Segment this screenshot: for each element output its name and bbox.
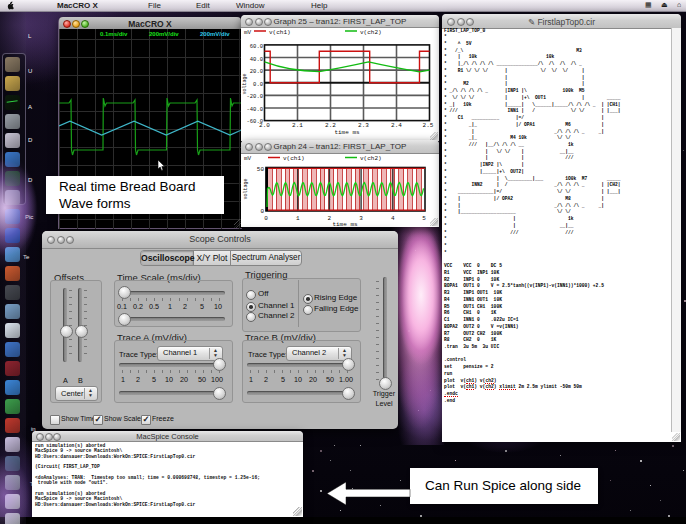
svg-text:5: 5 bbox=[422, 215, 426, 222]
svg-text:v(ch1): v(ch1) bbox=[283, 155, 305, 162]
svg-text:40.0: 40.0 bbox=[250, 56, 263, 63]
svg-text:2.0: 2.0 bbox=[259, 122, 270, 129]
svg-text:mV: mV bbox=[244, 29, 252, 36]
svg-text:4: 4 bbox=[391, 215, 395, 222]
svg-text:2.5: 2.5 bbox=[423, 122, 434, 129]
svg-text:voltage: voltage bbox=[243, 178, 249, 199]
svg-text:2.4: 2.4 bbox=[391, 122, 402, 129]
svg-text:time ms: time ms bbox=[334, 129, 360, 136]
svg-text:2: 2 bbox=[328, 215, 332, 222]
svg-text:v(ch1): v(ch1) bbox=[269, 29, 291, 36]
svg-text:0: 0 bbox=[264, 215, 268, 222]
svg-text:voltage: voltage bbox=[242, 73, 248, 94]
svg-text:1: 1 bbox=[296, 215, 300, 222]
svg-text:50: 50 bbox=[257, 166, 265, 173]
svg-text:0.0: 0.0 bbox=[253, 81, 263, 88]
svg-text:time ms: time ms bbox=[332, 221, 358, 228]
svg-text:-40.0: -40.0 bbox=[246, 106, 263, 113]
svg-text:60.0: 60.0 bbox=[250, 43, 263, 50]
svg-text:2.1: 2.1 bbox=[292, 122, 303, 129]
svg-text:mV: mV bbox=[244, 155, 252, 162]
svg-text:2.2: 2.2 bbox=[325, 122, 336, 129]
svg-text:20.0: 20.0 bbox=[250, 68, 263, 75]
svg-text:v(ch2): v(ch2) bbox=[360, 155, 382, 162]
svg-text:3: 3 bbox=[359, 215, 363, 222]
svg-text:2.3: 2.3 bbox=[358, 122, 369, 129]
svg-text:v(ch2): v(ch2) bbox=[360, 29, 382, 36]
svg-text:-20.0: -20.0 bbox=[246, 93, 263, 100]
